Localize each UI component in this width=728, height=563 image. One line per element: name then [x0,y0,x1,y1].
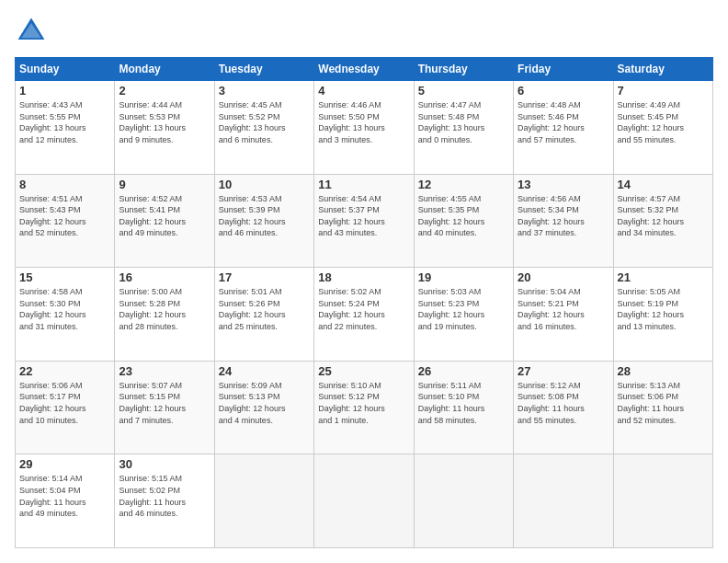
logo-icon [15,15,48,48]
calendar-week-row: 1Sunrise: 4:43 AM Sunset: 5:55 PM Daylig… [16,81,713,175]
calendar-cell: 11Sunrise: 4:54 AM Sunset: 5:37 PM Dayli… [314,174,414,268]
weekday-header-friday: Friday [514,58,613,81]
calendar-cell: 6Sunrise: 4:48 AM Sunset: 5:46 PM Daylig… [514,81,613,175]
calendar-cell [514,454,613,548]
day-number: 15 [19,270,110,284]
calendar-cell: 15Sunrise: 4:58 AM Sunset: 5:30 PM Dayli… [16,268,115,362]
day-info: Sunrise: 5:15 AM Sunset: 5:02 PM Dayligh… [119,473,210,519]
day-info: Sunrise: 5:03 AM Sunset: 5:23 PM Dayligh… [418,286,509,332]
day-info: Sunrise: 4:44 AM Sunset: 5:53 PM Dayligh… [119,99,210,145]
weekday-header-sunday: Sunday [16,58,115,81]
day-info: Sunrise: 4:56 AM Sunset: 5:34 PM Dayligh… [518,193,609,239]
day-info: Sunrise: 4:51 AM Sunset: 5:43 PM Dayligh… [19,193,110,239]
day-info: Sunrise: 4:55 AM Sunset: 5:35 PM Dayligh… [418,193,509,239]
day-info: Sunrise: 5:00 AM Sunset: 5:28 PM Dayligh… [119,286,210,332]
day-number: 28 [618,364,709,378]
calendar-cell: 3Sunrise: 4:45 AM Sunset: 5:52 PM Daylig… [214,81,313,175]
calendar-cell [214,454,313,548]
day-number: 6 [518,84,609,98]
day-number: 5 [418,84,509,98]
day-info: Sunrise: 5:12 AM Sunset: 5:08 PM Dayligh… [518,380,609,426]
day-number: 26 [418,364,509,378]
calendar-cell: 5Sunrise: 4:47 AM Sunset: 5:48 PM Daylig… [414,81,513,175]
day-number: 27 [518,364,609,378]
calendar-cell [613,454,712,548]
day-number: 25 [318,364,409,378]
calendar-cell: 18Sunrise: 5:02 AM Sunset: 5:24 PM Dayli… [314,268,414,362]
calendar-cell: 28Sunrise: 5:13 AM Sunset: 5:06 PM Dayli… [613,361,712,454]
day-info: Sunrise: 5:14 AM Sunset: 5:04 PM Dayligh… [19,473,110,519]
day-number: 21 [618,270,709,284]
day-number: 20 [518,270,609,284]
calendar-cell: 14Sunrise: 4:57 AM Sunset: 5:32 PM Dayli… [613,174,712,268]
day-number: 17 [219,270,310,284]
day-number: 30 [119,457,210,471]
day-number: 16 [119,270,210,284]
day-info: Sunrise: 5:04 AM Sunset: 5:21 PM Dayligh… [518,286,609,332]
calendar-cell: 27Sunrise: 5:12 AM Sunset: 5:08 PM Dayli… [514,361,613,454]
day-number: 1 [19,84,110,98]
day-info: Sunrise: 5:01 AM Sunset: 5:26 PM Dayligh… [219,286,310,332]
calendar-cell: 1Sunrise: 4:43 AM Sunset: 5:55 PM Daylig… [16,81,115,175]
calendar-cell: 30Sunrise: 5:15 AM Sunset: 5:02 PM Dayli… [115,454,214,548]
calendar-cell: 25Sunrise: 5:10 AM Sunset: 5:12 PM Dayli… [314,361,414,454]
day-info: Sunrise: 4:53 AM Sunset: 5:39 PM Dayligh… [219,193,310,239]
day-number: 9 [119,178,210,191]
calendar-cell: 9Sunrise: 4:52 AM Sunset: 5:41 PM Daylig… [115,174,214,268]
calendar-cell: 23Sunrise: 5:07 AM Sunset: 5:15 PM Dayli… [115,361,214,454]
calendar-cell: 8Sunrise: 4:51 AM Sunset: 5:43 PM Daylig… [16,174,115,268]
weekday-header-wednesday: Wednesday [314,58,414,81]
page: SundayMondayTuesdayWednesdayThursdayFrid… [0,0,728,563]
day-info: Sunrise: 5:13 AM Sunset: 5:06 PM Dayligh… [618,380,709,426]
day-number: 11 [318,178,409,191]
calendar-cell [414,454,513,548]
weekday-header-tuesday: Tuesday [214,58,313,81]
calendar-cell: 21Sunrise: 5:05 AM Sunset: 5:19 PM Dayli… [613,268,712,362]
day-number: 24 [219,364,310,378]
calendar-table: SundayMondayTuesdayWednesdayThursdayFrid… [15,57,713,548]
day-info: Sunrise: 4:46 AM Sunset: 5:50 PM Dayligh… [318,99,409,145]
weekday-header-saturday: Saturday [613,58,712,81]
day-number: 7 [618,84,709,98]
day-number: 29 [19,457,110,471]
day-info: Sunrise: 4:49 AM Sunset: 5:45 PM Dayligh… [618,99,709,145]
logo [15,15,51,48]
day-info: Sunrise: 4:47 AM Sunset: 5:48 PM Dayligh… [418,99,509,145]
calendar-cell: 20Sunrise: 5:04 AM Sunset: 5:21 PM Dayli… [514,268,613,362]
calendar-cell: 16Sunrise: 5:00 AM Sunset: 5:28 PM Dayli… [115,268,214,362]
calendar-cell: 13Sunrise: 4:56 AM Sunset: 5:34 PM Dayli… [514,174,613,268]
day-number: 13 [518,178,609,191]
day-number: 10 [219,178,310,191]
calendar-week-row: 8Sunrise: 4:51 AM Sunset: 5:43 PM Daylig… [16,174,713,268]
calendar-cell: 2Sunrise: 4:44 AM Sunset: 5:53 PM Daylig… [115,81,214,175]
calendar-cell: 17Sunrise: 5:01 AM Sunset: 5:26 PM Dayli… [214,268,313,362]
calendar-cell: 7Sunrise: 4:49 AM Sunset: 5:45 PM Daylig… [613,81,712,175]
weekday-header-thursday: Thursday [414,58,513,81]
day-info: Sunrise: 4:57 AM Sunset: 5:32 PM Dayligh… [618,193,709,239]
day-info: Sunrise: 5:11 AM Sunset: 5:10 PM Dayligh… [418,380,509,426]
day-info: Sunrise: 5:02 AM Sunset: 5:24 PM Dayligh… [318,286,409,332]
calendar-week-row: 29Sunrise: 5:14 AM Sunset: 5:04 PM Dayli… [16,454,713,548]
day-info: Sunrise: 4:54 AM Sunset: 5:37 PM Dayligh… [318,193,409,239]
day-info: Sunrise: 5:10 AM Sunset: 5:12 PM Dayligh… [318,380,409,426]
day-number: 4 [318,84,409,98]
day-number: 14 [618,178,709,191]
header [15,15,713,48]
calendar-cell: 19Sunrise: 5:03 AM Sunset: 5:23 PM Dayli… [414,268,513,362]
calendar-cell: 29Sunrise: 5:14 AM Sunset: 5:04 PM Dayli… [16,454,115,548]
calendar-cell: 22Sunrise: 5:06 AM Sunset: 5:17 PM Dayli… [16,361,115,454]
day-info: Sunrise: 4:58 AM Sunset: 5:30 PM Dayligh… [19,286,110,332]
calendar-cell: 4Sunrise: 4:46 AM Sunset: 5:50 PM Daylig… [314,81,414,175]
day-number: 12 [418,178,509,191]
day-info: Sunrise: 5:07 AM Sunset: 5:15 PM Dayligh… [119,380,210,426]
day-info: Sunrise: 4:43 AM Sunset: 5:55 PM Dayligh… [19,99,110,145]
day-number: 18 [318,270,409,284]
calendar-cell: 12Sunrise: 4:55 AM Sunset: 5:35 PM Dayli… [414,174,513,268]
weekday-header-monday: Monday [115,58,214,81]
day-info: Sunrise: 4:45 AM Sunset: 5:52 PM Dayligh… [219,99,310,145]
day-info: Sunrise: 5:06 AM Sunset: 5:17 PM Dayligh… [19,380,110,426]
calendar-cell: 26Sunrise: 5:11 AM Sunset: 5:10 PM Dayli… [414,361,513,454]
day-number: 3 [219,84,310,98]
day-info: Sunrise: 5:05 AM Sunset: 5:19 PM Dayligh… [618,286,709,332]
calendar-week-row: 15Sunrise: 4:58 AM Sunset: 5:30 PM Dayli… [16,268,713,362]
